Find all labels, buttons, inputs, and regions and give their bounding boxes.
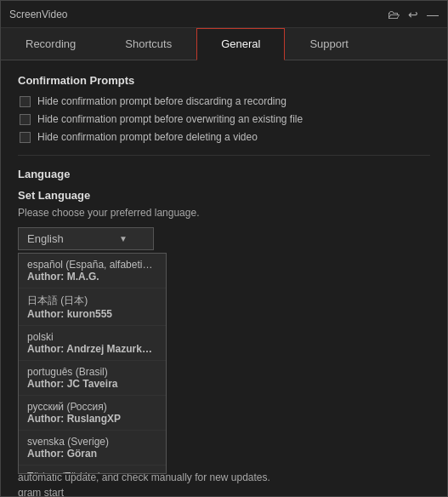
section-divider <box>18 155 430 156</box>
folder-icon[interactable]: 🗁 <box>388 8 400 21</box>
main-content: Confirmation Prompts Hide confirmation p… <box>1 60 447 496</box>
undo-icon[interactable]: ↩ <box>408 8 418 21</box>
checkbox-label-2: Hide confirmation prompt before overwrit… <box>37 113 303 125</box>
language-description: Please choose your preferred language. <box>18 207 430 219</box>
language-dropdown-container: English ▼ español (España, alfabeti… Aut… <box>18 227 154 250</box>
tab-general[interactable]: General <box>196 28 285 60</box>
tab-support[interactable]: Support <box>285 28 373 60</box>
lang-option-4[interactable]: русский (Россия) Author: RuslangXP <box>19 396 166 431</box>
language-section: Language Set Language Please choose your… <box>18 168 430 496</box>
checkbox-label-1: Hide confirmation prompt before discardi… <box>37 95 286 107</box>
checkbox-item-3: Hide confirmation prompt before deleting… <box>18 131 430 143</box>
checkbox-item-1: Hide confirmation prompt before discardi… <box>18 95 430 107</box>
info-line-2: gram start <box>18 487 430 496</box>
checkbox-overwrite[interactable] <box>20 114 31 125</box>
language-sub-title: Set Language <box>18 189 430 202</box>
checkbox-label-3: Hide confirmation prompt before deleting… <box>37 131 258 143</box>
title-bar-left: ScreenVideo <box>9 9 68 20</box>
checkbox-item-2: Hide confirmation prompt before overwrit… <box>18 113 430 125</box>
checkbox-delete[interactable] <box>20 132 31 143</box>
lang-option-3[interactable]: português (Brasil) Author: JC Taveira <box>19 361 166 396</box>
tab-bar: Recording Shortcuts General Support <box>1 28 447 60</box>
lang-option-6[interactable]: Türkçe (Türkiye) Author: oguz iziltug <box>19 466 166 474</box>
language-section-title: Language <box>18 168 430 180</box>
app-title: ScreenVideo <box>9 9 68 20</box>
selected-language-text: English <box>27 232 64 245</box>
checkbox-discard[interactable] <box>20 96 31 107</box>
dropdown-arrow-icon: ▼ <box>119 234 128 243</box>
confirmation-section-title: Confirmation Prompts <box>18 74 430 87</box>
minimize-icon[interactable]: — <box>427 8 439 21</box>
title-bar-right: 🗁 ↩ — <box>388 8 439 21</box>
lang-option-2[interactable]: polski Author: Andrzej Mazurk… <box>19 326 166 361</box>
additional-info: automatic update, and check manually for… <box>18 471 430 496</box>
lang-option-0[interactable]: español (España, alfabeti… Author: M.A.G… <box>19 254 166 288</box>
tab-recording[interactable]: Recording <box>1 28 100 60</box>
title-bar: ScreenVideo 🗁 ↩ — <box>1 1 447 28</box>
lang-option-5[interactable]: svenska (Sverige) Author: Göran <box>19 431 166 466</box>
lang-option-1[interactable]: 日本語 (日本) Author: kuron555 <box>19 288 166 326</box>
tab-shortcuts[interactable]: Shortcuts <box>100 28 196 60</box>
language-dropdown-list: español (España, alfabeti… Author: M.A.G… <box>18 253 167 474</box>
app-window: ScreenVideo 🗁 ↩ — Recording Shortcuts Ge… <box>0 0 448 497</box>
language-dropdown-selected[interactable]: English ▼ <box>18 227 154 250</box>
